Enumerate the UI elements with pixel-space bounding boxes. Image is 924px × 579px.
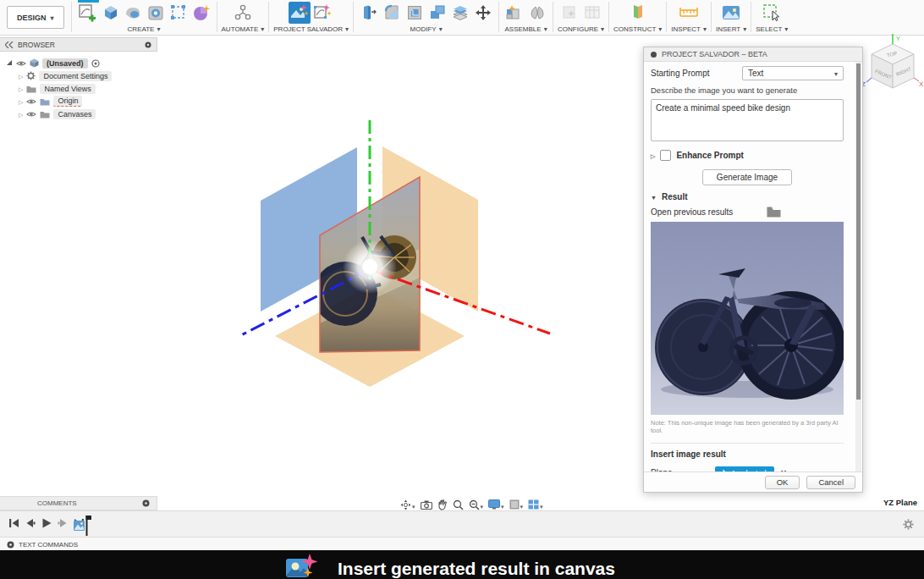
tree-item-origin[interactable]: Origin — [19, 95, 157, 108]
sweep-icon[interactable] — [122, 2, 144, 24]
step-forward-button[interactable] — [58, 518, 68, 528]
document-name[interactable]: (Unsaved) — [42, 58, 88, 69]
configuration-table-icon[interactable] — [581, 2, 603, 24]
automate-menu[interactable]: AUTOMATE — [222, 25, 265, 34]
configuration-icon[interactable] — [558, 2, 580, 24]
toolbar-group-create: CREATE — [72, 0, 217, 34]
chevron-down-icon — [544, 25, 547, 33]
zoom-tool[interactable] — [453, 499, 464, 510]
design-menu-button[interactable]: DESIGN — [7, 6, 64, 29]
gear-icon — [26, 71, 36, 80]
cancel-button[interactable]: Cancel — [806, 476, 855, 489]
play-button[interactable] — [41, 518, 52, 528]
select-icon[interactable] — [761, 2, 783, 24]
combine-icon[interactable] — [426, 2, 448, 24]
generate-sketch-icon[interactable] — [311, 2, 333, 24]
chevron-down-icon — [439, 25, 443, 33]
chevron-down-icon — [601, 25, 604, 33]
panel-options-icon[interactable] — [142, 499, 150, 507]
browser-title: BROWSER — [18, 41, 55, 49]
expanded-arrow-icon[interactable] — [7, 60, 13, 66]
generate-image-icon[interactable] — [289, 2, 311, 24]
main-toolbar: DESIGN — [0, 0, 924, 36]
create-sketch-icon[interactable] — [76, 2, 98, 24]
configure-menu[interactable]: CONFIGURE — [558, 25, 604, 34]
tree-item-canvases[interactable]: Canvases — [19, 108, 157, 120]
collapse-panel-icon[interactable] — [5, 41, 14, 48]
go-to-start-button[interactable] — [8, 518, 19, 528]
construct-plane-icon[interactable] — [627, 2, 649, 24]
tree-item-named-views[interactable]: Named Views — [19, 82, 157, 95]
fillet-icon[interactable] — [381, 2, 403, 24]
hole-icon[interactable] — [145, 2, 167, 24]
collapsed-arrow-icon[interactable] — [19, 110, 23, 119]
view-cube[interactable]: Y TOP FRONT RIGHT Z X — [861, 34, 924, 95]
toolbar-group-assemble: ASSEMBLE — [499, 0, 553, 34]
timeline-settings-gear-icon[interactable] — [903, 518, 914, 533]
visibility-eye-icon[interactable] — [16, 60, 26, 67]
modify-menu[interactable]: MODIFY — [410, 25, 443, 34]
move-copy-icon[interactable] — [472, 2, 494, 24]
ok-button[interactable]: OK — [765, 476, 800, 489]
comments-panel[interactable]: COMMENTS — [0, 496, 157, 510]
chevron-down-icon — [261, 25, 264, 33]
collapsed-arrow-icon[interactable] — [19, 72, 23, 80]
press-pull-icon[interactable] — [358, 2, 380, 24]
project-salvador-dialog: PROJECT SALVADOR – BETA Starting Prompt … — [643, 47, 863, 493]
open-folder-icon[interactable] — [767, 207, 781, 218]
fusion-window: DESIGN — [0, 0, 924, 579]
panel-options-icon[interactable] — [145, 41, 151, 48]
joint-icon[interactable] — [526, 2, 548, 24]
enhance-prompt-checkbox[interactable] — [660, 150, 671, 161]
dialog-header[interactable]: PROJECT SALVADOR – BETA — [644, 47, 862, 62]
generated-result-image[interactable] — [651, 222, 844, 415]
look-at-tool[interactable] — [421, 500, 432, 510]
generate-image-button[interactable]: Generate Image — [702, 169, 792, 185]
measure-icon[interactable] — [678, 2, 700, 24]
extrude-icon[interactable] — [99, 2, 121, 24]
timeline-bar — [0, 510, 924, 538]
describe-label: Describe the image you want to generate — [651, 85, 844, 95]
prompt-textarea[interactable]: Create a minimal speed bike design — [651, 99, 844, 141]
step-back-button[interactable] — [25, 518, 36, 528]
construct-menu[interactable]: CONSTRUCT — [613, 25, 662, 34]
section-divider — [651, 443, 844, 444]
text-commands-bar[interactable]: TEXT COMMANDS — [0, 537, 924, 551]
expander-arrow-icon[interactable] — [651, 151, 655, 160]
generate-image-sparkle-icon — [285, 553, 319, 579]
toolbar-group-modify: MODIFY — [354, 0, 498, 34]
edit-form-icon[interactable] — [168, 2, 190, 24]
ai-disclaimer-note: Note: This non-unique image has been gen… — [651, 419, 844, 434]
split-body-icon[interactable] — [449, 2, 471, 24]
magnifier-fit-icon — [469, 499, 480, 510]
active-plane-indicator: YZ Plane — [883, 498, 917, 507]
select-menu[interactable]: SELECT — [756, 25, 788, 34]
scrollbar-thumb[interactable] — [856, 63, 861, 400]
starting-prompt-select[interactable]: Text — [742, 66, 844, 80]
collapse-section-icon[interactable] — [651, 192, 657, 201]
new-component-icon[interactable] — [503, 2, 525, 24]
dialog-scrollbar[interactable] — [855, 62, 861, 471]
pan-hand-icon — [437, 499, 448, 510]
collapsed-arrow-icon[interactable] — [19, 85, 23, 93]
folder-icon — [40, 97, 50, 106]
assemble-menu[interactable]: ASSEMBLE — [505, 25, 547, 34]
shell-icon[interactable] — [404, 2, 426, 24]
inspect-menu[interactable]: INSPECT — [671, 25, 707, 34]
insert-menu[interactable]: INSERT — [716, 25, 746, 34]
panel-options-icon[interactable] — [7, 541, 14, 549]
insert-image-icon[interactable] — [720, 2, 742, 24]
collapsed-arrow-icon[interactable] — [19, 97, 23, 106]
visibility-eye-icon[interactable] — [26, 98, 36, 105]
toolbar-group-automate: AUTOMATE — [217, 0, 269, 34]
chevron-down-icon — [784, 25, 788, 33]
tree-root-row[interactable]: (Unsaved) — [7, 57, 157, 69]
tree-item-document-settings[interactable]: Document Settings — [19, 69, 157, 82]
pan-tool[interactable] — [437, 499, 448, 510]
project-salvador-menu[interactable]: PROJECT SALVADOR — [273, 25, 349, 34]
radio-target-icon[interactable] — [91, 59, 100, 68]
automate-icon[interactable] — [232, 2, 254, 24]
form-icon[interactable] — [190, 2, 212, 24]
create-menu[interactable]: CREATE — [128, 25, 161, 34]
visibility-eye-icon[interactable] — [26, 111, 36, 118]
